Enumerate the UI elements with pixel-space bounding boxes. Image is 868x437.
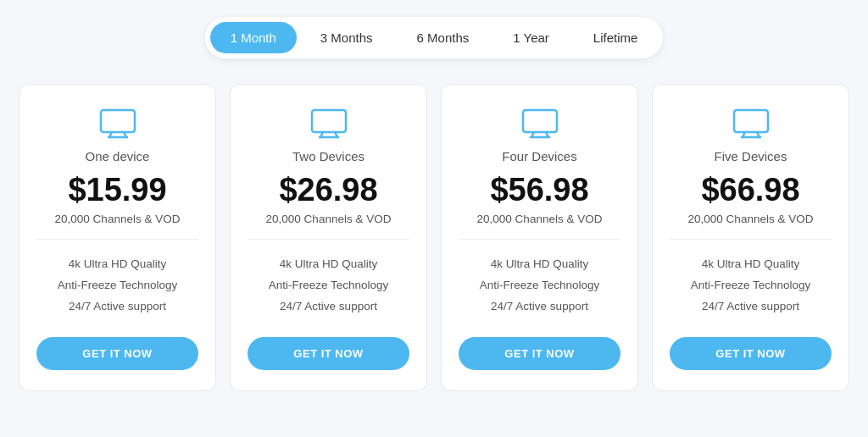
features-list: 4k Ultra HD QualityAnti-Freeze Technolog… (248, 253, 409, 317)
features-list: 4k Ultra HD QualityAnti-Freeze Technolog… (36, 253, 198, 317)
feature-item: Anti-Freeze Technology (670, 274, 832, 296)
price: $15.99 (68, 174, 166, 206)
feature-item: 4k Ultra HD Quality (459, 253, 620, 274)
features-list: 4k Ultra HD QualityAnti-Freeze Technolog… (459, 253, 620, 317)
pricing-card-one-device: One device$15.9920,000 Channels & VOD4k … (19, 84, 216, 391)
svg-rect-0 (101, 110, 135, 132)
feature-item: 24/7 Active support (248, 296, 409, 317)
period-btn-6months[interactable]: 6 Months (397, 22, 490, 53)
feature-item: Anti-Freeze Technology (459, 274, 620, 296)
period-btn-lifetime[interactable]: Lifetime (573, 22, 659, 53)
features-list: 4k Ultra HD QualityAnti-Freeze Technolog… (670, 253, 832, 317)
feature-item: Anti-Freeze Technology (36, 274, 198, 296)
get-it-now-button[interactable]: GET IT NOW (459, 337, 620, 370)
pricing-cards: One device$15.9920,000 Channels & VOD4k … (19, 84, 849, 391)
pricing-card-two-devices: Two Devices$26.9820,000 Channels & VOD4k… (230, 84, 427, 391)
feature-item: 24/7 Active support (459, 296, 620, 317)
channels-label: 20,000 Channels & VOD (248, 213, 409, 240)
svg-rect-8 (523, 110, 557, 132)
period-btn-1month[interactable]: 1 Month (210, 22, 297, 53)
feature-item: Anti-Freeze Technology (248, 274, 409, 296)
monitor-icon (521, 108, 559, 142)
price: $56.98 (490, 174, 588, 206)
feature-item: 4k Ultra HD Quality (670, 253, 832, 274)
channels-label: 20,000 Channels & VOD (36, 213, 198, 240)
device-name: Five Devices (715, 149, 787, 163)
get-it-now-button[interactable]: GET IT NOW (670, 337, 832, 370)
device-name: One device (86, 149, 150, 163)
svg-rect-12 (734, 110, 768, 132)
device-name: Four Devices (502, 149, 576, 163)
channels-label: 20,000 Channels & VOD (670, 213, 832, 240)
feature-item: 4k Ultra HD Quality (36, 253, 198, 274)
monitor-icon (732, 108, 770, 142)
feature-item: 24/7 Active support (36, 296, 198, 317)
channels-label: 20,000 Channels & VOD (459, 213, 620, 240)
pricing-card-five-devices: Five Devices$66.9820,000 Channels & VOD4… (652, 84, 849, 391)
pricing-card-four-devices: Four Devices$56.9820,000 Channels & VOD4… (441, 84, 638, 391)
monitor-icon (99, 108, 136, 142)
device-name: Two Devices (292, 149, 364, 163)
period-btn-3months[interactable]: 3 Months (300, 22, 393, 53)
get-it-now-button[interactable]: GET IT NOW (248, 337, 409, 370)
period-btn-1year[interactable]: 1 Year (492, 22, 570, 53)
feature-item: 24/7 Active support (670, 296, 832, 317)
svg-rect-4 (312, 110, 346, 132)
period-selector: 1 Month3 Months6 Months1 YearLifetime (205, 17, 664, 58)
get-it-now-button[interactable]: GET IT NOW (36, 337, 198, 370)
feature-item: 4k Ultra HD Quality (248, 253, 409, 274)
monitor-icon (310, 108, 348, 142)
price: $26.98 (279, 174, 377, 206)
price: $66.98 (701, 174, 799, 206)
